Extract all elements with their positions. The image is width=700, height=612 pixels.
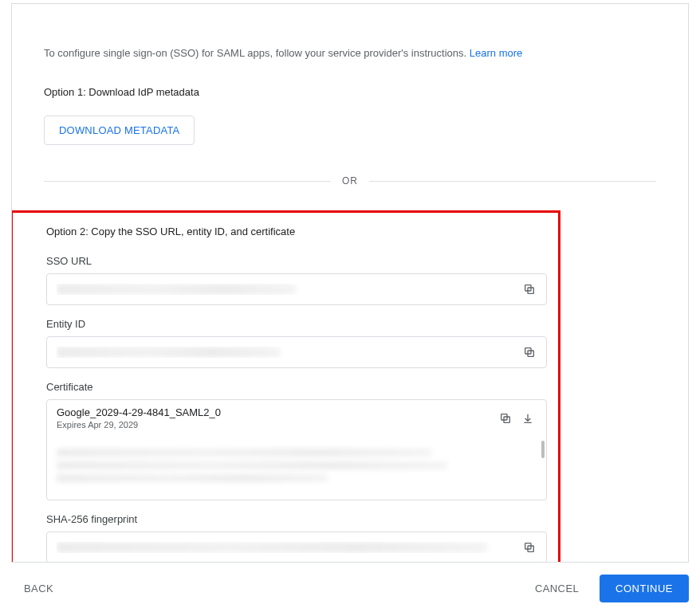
- certificate-box: Google_2029-4-29-4841_SAML2_0 Expires Ap…: [46, 399, 547, 500]
- divider-line-left: [44, 181, 331, 182]
- certificate-header: Google_2029-4-29-4841_SAML2_0 Expires Ap…: [47, 400, 546, 436]
- copy-icon[interactable]: [521, 539, 538, 556]
- copy-icon[interactable]: [521, 280, 538, 298]
- or-divider: OR: [44, 175, 656, 186]
- option2-highlight-box: Option 2: Copy the SSO URL, entity ID, a…: [11, 210, 560, 563]
- back-button[interactable]: BACK: [11, 575, 66, 602]
- entity-id-value: [57, 347, 516, 358]
- intro-text: To configure single sign-on (SSO) for SA…: [44, 47, 656, 59]
- footer-actions: BACK CANCEL CONTINUE: [11, 571, 689, 606]
- sso-url-field: [46, 273, 547, 305]
- sso-url-label: SSO URL: [46, 255, 547, 267]
- scrollbar-thumb[interactable]: [541, 441, 545, 458]
- certificate-name: Google_2029-4-29-4841_SAML2_0: [57, 406, 492, 418]
- certificate-meta: Google_2029-4-29-4841_SAML2_0 Expires Ap…: [57, 406, 492, 430]
- continue-button[interactable]: CONTINUE: [600, 575, 689, 602]
- idp-details-card: To configure single sign-on (SSO) for SA…: [11, 3, 689, 563]
- certificate-expires: Expires Apr 29, 2029: [57, 420, 492, 430]
- cancel-button[interactable]: CANCEL: [522, 575, 592, 602]
- sha-label: SHA-256 fingerprint: [46, 513, 547, 525]
- entity-id-label: Entity ID: [46, 318, 547, 330]
- entity-id-field: [46, 336, 547, 368]
- sha-fingerprint-field: [46, 532, 547, 563]
- learn-more-link[interactable]: Learn more: [470, 47, 522, 59]
- copy-icon[interactable]: [521, 343, 538, 361]
- divider-line-right: [369, 181, 656, 182]
- sha-fingerprint-value: [57, 542, 516, 553]
- sso-url-value: [57, 284, 516, 295]
- certificate-label: Certificate: [46, 381, 547, 393]
- download-metadata-button[interactable]: DOWNLOAD METADATA: [44, 116, 195, 145]
- option2-title: Option 2: Copy the SSO URL, entity ID, a…: [46, 226, 547, 237]
- copy-icon[interactable]: [497, 410, 514, 427]
- or-text: OR: [331, 175, 369, 186]
- option1-title: Option 1: Download IdP metadata: [44, 86, 656, 98]
- download-icon[interactable]: [519, 410, 537, 427]
- intro-copy: To configure single sign-on (SSO) for SA…: [44, 47, 470, 59]
- certificate-body: [47, 436, 546, 500]
